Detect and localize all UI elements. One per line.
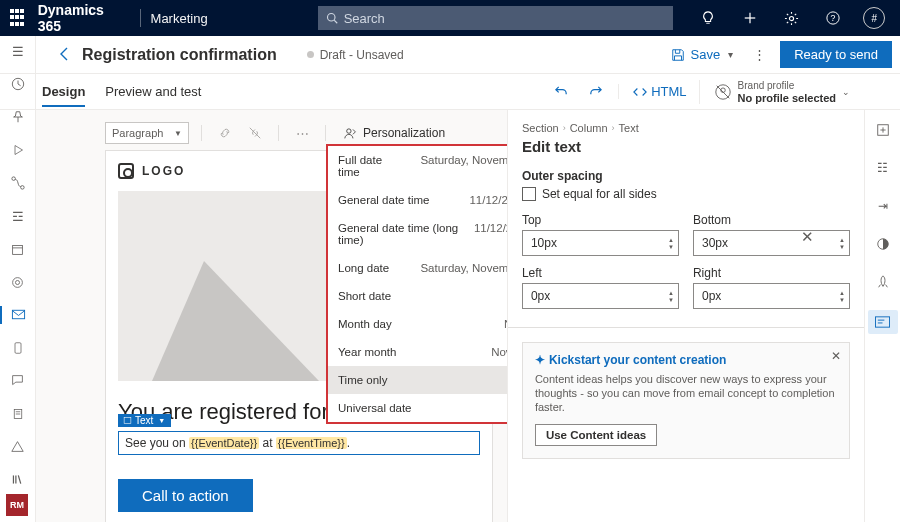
cta-button[interactable]: Call to action: [118, 479, 253, 512]
properties-icon[interactable]: [868, 310, 898, 334]
app-name: Marketing: [151, 11, 208, 26]
format-option[interactable]: Long dateSaturday, November 12, 2022: [328, 254, 507, 282]
tab-preview[interactable]: Preview and test: [105, 76, 201, 107]
sparkle-icon: ✦: [535, 353, 545, 367]
page-title: Registration confirmation: [82, 46, 277, 64]
svg-point-0: [327, 14, 335, 22]
target-icon[interactable]: [8, 273, 28, 292]
format-option[interactable]: General date time11/12/2022 4:30 PM: [328, 186, 507, 214]
save-label: Save: [691, 47, 721, 62]
lightbulb-icon[interactable]: [693, 0, 724, 36]
spinner-icon[interactable]: ▲▼: [668, 290, 674, 303]
svg-point-5: [789, 16, 793, 20]
use-content-ideas-button[interactable]: Use Content ideas: [535, 424, 657, 446]
spinner-icon[interactable]: ▲▼: [839, 237, 845, 250]
bottom-input[interactable]: 30px▲▼: [693, 230, 850, 256]
code-icon: [633, 85, 647, 99]
format-option[interactable]: Month dayNovember 12: [328, 310, 507, 338]
format-option-selected[interactable]: Time only4:30 PM: [328, 366, 507, 394]
brand-label: Dynamics 365: [38, 2, 130, 34]
add-element-icon[interactable]: [873, 120, 893, 140]
chevron-down-icon[interactable]: ▾: [728, 49, 733, 60]
calendar-icon[interactable]: [8, 240, 28, 259]
date-token[interactable]: {{EventDate}}: [189, 437, 259, 449]
more-toolbar-icon[interactable]: ⋯: [291, 122, 313, 144]
svg-rect-30: [875, 317, 889, 327]
format-option[interactable]: Universal date2022-11-12: [328, 394, 507, 422]
save-button[interactable]: Save ▾: [665, 43, 740, 66]
checkbox-icon: [522, 187, 536, 201]
personalization-label: Personalization: [363, 126, 445, 140]
top-input[interactable]: 10px▲▼: [522, 230, 679, 256]
top-label: Top: [522, 213, 679, 227]
app-launcher-icon[interactable]: [10, 9, 28, 27]
chat-icon[interactable]: [8, 371, 28, 390]
profile-value: No profile selected: [738, 92, 836, 104]
brand-profile-selector[interactable]: Brand profileNo profile selected ⌄: [699, 80, 850, 104]
text-frag-2: at: [259, 436, 276, 450]
chevron-down-icon: ▼: [158, 417, 165, 424]
spinner-icon[interactable]: ▲▼: [668, 237, 674, 250]
form-icon[interactable]: [8, 404, 28, 423]
help-icon[interactable]: ?: [817, 0, 848, 36]
svg-point-14: [15, 280, 19, 284]
format-option[interactable]: General date time (long time)11/12/2022 …: [328, 214, 507, 254]
pin-icon[interactable]: [8, 108, 28, 127]
dismiss-tip-button[interactable]: ✕: [831, 349, 841, 363]
canvas-area: Paragraph▼ ⋯ Personalization LOGO You ar…: [36, 110, 507, 522]
link-icon[interactable]: [214, 122, 236, 144]
tab-design[interactable]: Design: [42, 76, 85, 107]
selection-tag[interactable]: Text▼: [118, 414, 171, 427]
theme-icon[interactable]: [873, 234, 893, 254]
global-nav: Dynamics 365 Marketing Search ? #: [0, 0, 900, 36]
separator: [140, 9, 141, 27]
add-icon[interactable]: [734, 0, 765, 36]
svg-text:?: ?: [830, 13, 835, 23]
paragraph-label: Paragraph: [112, 127, 163, 139]
format-option[interactable]: Short date11/12/2022: [328, 282, 507, 310]
status-text: Draft - Unsaved: [320, 48, 404, 62]
svg-rect-15: [12, 311, 24, 319]
format-option[interactable]: Year monthNovember 2022: [328, 338, 507, 366]
right-input[interactable]: 0px▲▼: [693, 283, 850, 309]
ready-to-send-button[interactable]: Ready to send: [780, 41, 892, 68]
journey-icon[interactable]: [8, 174, 28, 193]
bottom-label: Bottom: [693, 213, 850, 227]
canvas-toolbar: Paragraph▼ ⋯ Personalization: [105, 122, 493, 144]
redo-button[interactable]: [584, 81, 606, 103]
phone-icon[interactable]: [8, 338, 28, 357]
undo-button[interactable]: [550, 81, 572, 103]
close-panel-button[interactable]: ✕: [801, 228, 814, 246]
settings-icon[interactable]: [776, 0, 807, 36]
spinner-icon[interactable]: ▲▼: [839, 290, 845, 303]
rocket-icon[interactable]: [873, 272, 893, 292]
profile-avatar[interactable]: #: [859, 0, 890, 36]
crumb-column[interactable]: Column: [570, 122, 608, 134]
more-commands[interactable]: ⋮: [739, 47, 780, 62]
play-icon[interactable]: [8, 141, 28, 160]
library-icon[interactable]: [8, 470, 28, 489]
back-button[interactable]: [55, 44, 75, 64]
right-label: Right: [693, 266, 850, 280]
text-tag-icon: [123, 416, 132, 425]
warning-icon[interactable]: [8, 437, 28, 456]
svg-point-10: [20, 186, 24, 190]
crumb-section[interactable]: Section: [522, 122, 559, 134]
global-search[interactable]: Search: [318, 6, 673, 30]
paragraph-dropdown[interactable]: Paragraph▼: [105, 122, 189, 144]
area-switcher[interactable]: RM: [6, 494, 28, 516]
breadcrumb: Section› Column› Text: [522, 122, 850, 134]
layers-icon[interactable]: ☷: [873, 158, 893, 178]
personalization-button[interactable]: Personalization: [344, 126, 445, 140]
html-button[interactable]: HTML: [618, 84, 686, 99]
unlink-icon[interactable]: [244, 122, 266, 144]
svg-line-22: [18, 476, 20, 484]
format-option[interactable]: Full date timeSaturday, November 12, 202…: [328, 146, 507, 186]
indent-icon[interactable]: ⇥: [873, 196, 893, 216]
tab-strip: Design Preview and test HTML Brand profi…: [0, 74, 900, 110]
list-icon[interactable]: ☲: [8, 207, 28, 226]
mail-icon[interactable]: [0, 306, 36, 325]
equal-sides-checkbox[interactable]: Set equal for all sides: [522, 187, 850, 201]
outer-spacing-section: Outer spacing: [522, 169, 850, 183]
left-input[interactable]: 0px▲▼: [522, 283, 679, 309]
